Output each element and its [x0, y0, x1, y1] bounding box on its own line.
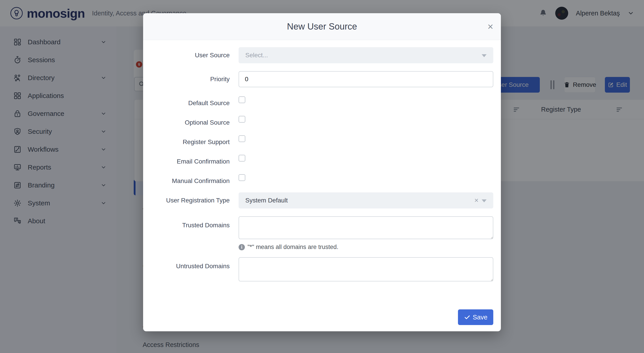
- field-row-untrusted-domains: Untrusted Domains: [143, 257, 493, 282]
- manual-confirmation-label: Manual Confirmation: [143, 173, 230, 185]
- optional-source-checkbox[interactable]: [238, 116, 245, 123]
- trusted-domains-label: Trusted Domains: [143, 216, 230, 229]
- modal-header: New User Source ×: [143, 13, 501, 40]
- close-icon[interactable]: ×: [488, 22, 493, 32]
- register-support-checkbox[interactable]: [238, 135, 245, 142]
- field-row-trusted-domains: Trusted Domains i "*" means all domains …: [143, 216, 493, 250]
- info-icon: i: [238, 244, 245, 250]
- untrusted-domains-textarea[interactable]: [238, 257, 493, 281]
- new-user-source-modal: New User Source × User Source Select... …: [143, 13, 501, 331]
- modal-footer: Save: [143, 309, 501, 331]
- email-confirmation-checkbox[interactable]: [238, 155, 245, 162]
- modal-body: User Source Select... Priority Default S…: [143, 40, 501, 309]
- hint-text: "*" means all domains are trusted.: [248, 244, 338, 250]
- select-placeholder: Select...: [245, 52, 268, 59]
- priority-label: Priority: [143, 76, 230, 83]
- field-row-registration-type: User Registration Type System Default ×: [143, 192, 493, 208]
- registration-type-label: User Registration Type: [143, 197, 230, 204]
- field-row-user-source: User Source Select...: [143, 47, 493, 63]
- trusted-domains-textarea[interactable]: [238, 216, 493, 239]
- field-row-optional-source: Optional Source: [143, 115, 493, 126]
- untrusted-domains-label: Untrusted Domains: [143, 257, 230, 270]
- chevron-down-icon: [482, 199, 486, 202]
- modal-title: New User Source: [287, 22, 357, 32]
- user-source-select[interactable]: Select...: [238, 47, 493, 63]
- trusted-domains-hint: i "*" means all domains are trusted.: [238, 244, 493, 250]
- default-source-checkbox[interactable]: [238, 96, 245, 103]
- check-icon: [464, 314, 470, 320]
- field-row-email-confirmation: Email Confirmation: [143, 153, 493, 165]
- save-button-label: Save: [473, 314, 488, 321]
- save-button[interactable]: Save: [458, 309, 493, 325]
- register-support-label: Register Support: [143, 134, 230, 146]
- registration-type-select[interactable]: System Default ×: [238, 192, 493, 208]
- user-source-label: User Source: [143, 52, 230, 59]
- field-row-priority: Priority: [143, 71, 493, 87]
- select-value: System Default: [245, 197, 288, 204]
- default-source-label: Default Source: [143, 95, 230, 107]
- chevron-down-icon: [482, 54, 486, 57]
- optional-source-label: Optional Source: [143, 115, 230, 126]
- field-row-default-source: Default Source: [143, 95, 493, 107]
- clear-icon[interactable]: ×: [474, 196, 478, 204]
- field-row-register-support: Register Support: [143, 134, 493, 146]
- field-row-manual-confirmation: Manual Confirmation: [143, 173, 493, 185]
- email-confirmation-label: Email Confirmation: [143, 153, 230, 165]
- priority-input[interactable]: [238, 71, 493, 87]
- manual-confirmation-checkbox[interactable]: [238, 174, 245, 181]
